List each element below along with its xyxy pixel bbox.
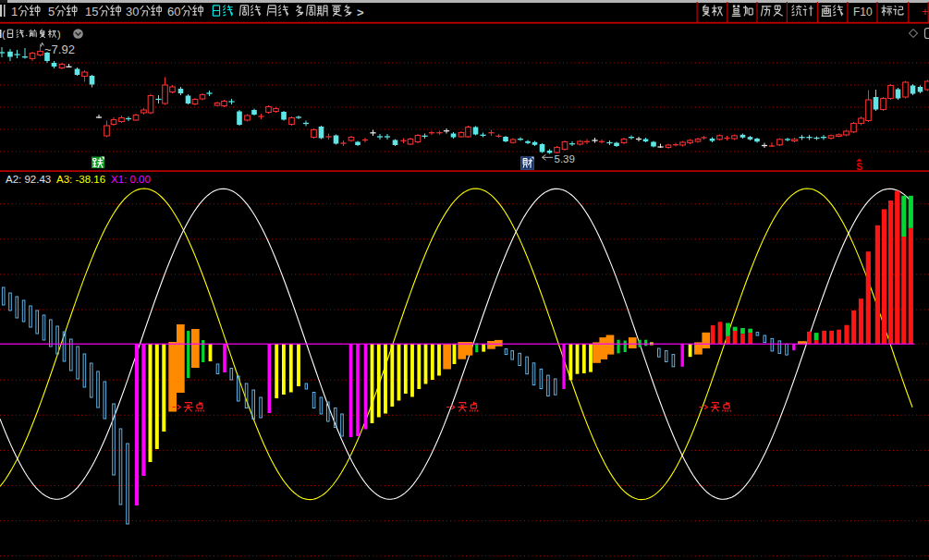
- svg-text:A2: 92.43: A2: 92.43: [6, 174, 51, 185]
- svg-text:~7.92: ~7.92: [44, 43, 75, 56]
- svg-text:1: 1: [11, 5, 18, 18]
- svg-text:5.39: 5.39: [555, 153, 575, 164]
- svg-text:30: 30: [126, 5, 139, 18]
- svg-text:5: 5: [48, 5, 55, 18]
- svg-text:S: S: [856, 162, 862, 172]
- svg-text:X1: 0.00: X1: 0.00: [111, 174, 151, 185]
- svg-text:A3: -38.16: A3: -38.16: [56, 174, 105, 185]
- svg-text:15: 15: [85, 5, 98, 18]
- svg-text:60: 60: [167, 5, 180, 18]
- svg-text:): ): [57, 29, 61, 40]
- svg-text:F10: F10: [853, 6, 873, 18]
- svg-text:+: +: [922, 5, 929, 18]
- svg-text:.: .: [25, 28, 28, 38]
- svg-text:>: >: [357, 6, 364, 19]
- svg-text:(: (: [2, 29, 6, 40]
